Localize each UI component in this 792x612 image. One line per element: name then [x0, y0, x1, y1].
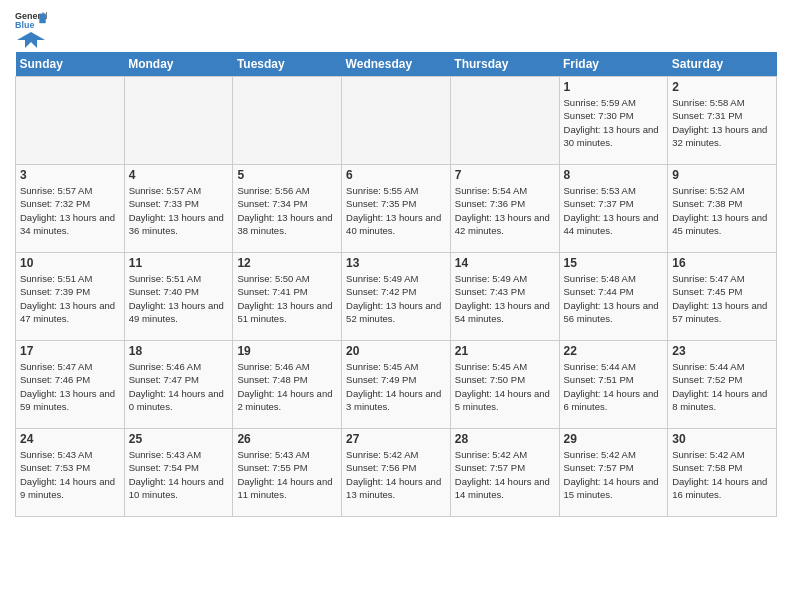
day-cell	[16, 77, 125, 165]
day-cell: 9Sunrise: 5:52 AMSunset: 7:38 PMDaylight…	[668, 165, 777, 253]
day-number: 28	[455, 432, 555, 446]
day-number: 19	[237, 344, 337, 358]
weekday-header-tuesday: Tuesday	[233, 52, 342, 77]
calendar-table: SundayMondayTuesdayWednesdayThursdayFrid…	[15, 52, 777, 517]
day-cell: 28Sunrise: 5:42 AMSunset: 7:57 PMDayligh…	[450, 429, 559, 517]
day-info: Sunrise: 5:49 AMSunset: 7:43 PMDaylight:…	[455, 272, 555, 325]
day-number: 11	[129, 256, 229, 270]
day-number: 1	[564, 80, 664, 94]
header-row: SundayMondayTuesdayWednesdayThursdayFrid…	[16, 52, 777, 77]
day-cell: 22Sunrise: 5:44 AMSunset: 7:51 PMDayligh…	[559, 341, 668, 429]
weekday-header-saturday: Saturday	[668, 52, 777, 77]
day-cell	[342, 77, 451, 165]
day-cell: 5Sunrise: 5:56 AMSunset: 7:34 PMDaylight…	[233, 165, 342, 253]
day-cell: 8Sunrise: 5:53 AMSunset: 7:37 PMDaylight…	[559, 165, 668, 253]
day-number: 25	[129, 432, 229, 446]
week-row-3: 10Sunrise: 5:51 AMSunset: 7:39 PMDayligh…	[16, 253, 777, 341]
day-info: Sunrise: 5:56 AMSunset: 7:34 PMDaylight:…	[237, 184, 337, 237]
day-info: Sunrise: 5:58 AMSunset: 7:31 PMDaylight:…	[672, 96, 772, 149]
day-cell: 26Sunrise: 5:43 AMSunset: 7:55 PMDayligh…	[233, 429, 342, 517]
day-cell	[124, 77, 233, 165]
day-info: Sunrise: 5:45 AMSunset: 7:49 PMDaylight:…	[346, 360, 446, 413]
day-number: 20	[346, 344, 446, 358]
weekday-header-sunday: Sunday	[16, 52, 125, 77]
week-row-5: 24Sunrise: 5:43 AMSunset: 7:53 PMDayligh…	[16, 429, 777, 517]
day-info: Sunrise: 5:43 AMSunset: 7:53 PMDaylight:…	[20, 448, 120, 501]
day-number: 7	[455, 168, 555, 182]
day-cell: 24Sunrise: 5:43 AMSunset: 7:53 PMDayligh…	[16, 429, 125, 517]
day-cell: 27Sunrise: 5:42 AMSunset: 7:56 PMDayligh…	[342, 429, 451, 517]
day-cell: 19Sunrise: 5:46 AMSunset: 7:48 PMDayligh…	[233, 341, 342, 429]
day-info: Sunrise: 5:47 AMSunset: 7:46 PMDaylight:…	[20, 360, 120, 413]
day-info: Sunrise: 5:51 AMSunset: 7:39 PMDaylight:…	[20, 272, 120, 325]
day-info: Sunrise: 5:57 AMSunset: 7:32 PMDaylight:…	[20, 184, 120, 237]
day-number: 24	[20, 432, 120, 446]
day-cell: 6Sunrise: 5:55 AMSunset: 7:35 PMDaylight…	[342, 165, 451, 253]
day-cell: 29Sunrise: 5:42 AMSunset: 7:57 PMDayligh…	[559, 429, 668, 517]
day-number: 26	[237, 432, 337, 446]
logo-bird	[17, 30, 45, 48]
day-number: 10	[20, 256, 120, 270]
day-info: Sunrise: 5:43 AMSunset: 7:54 PMDaylight:…	[129, 448, 229, 501]
day-number: 2	[672, 80, 772, 94]
day-number: 21	[455, 344, 555, 358]
day-number: 9	[672, 168, 772, 182]
svg-marker-4	[17, 32, 45, 48]
day-number: 16	[672, 256, 772, 270]
day-cell: 7Sunrise: 5:54 AMSunset: 7:36 PMDaylight…	[450, 165, 559, 253]
day-number: 17	[20, 344, 120, 358]
day-number: 3	[20, 168, 120, 182]
day-cell: 23Sunrise: 5:44 AMSunset: 7:52 PMDayligh…	[668, 341, 777, 429]
day-info: Sunrise: 5:42 AMSunset: 7:58 PMDaylight:…	[672, 448, 772, 501]
week-row-1: 1Sunrise: 5:59 AMSunset: 7:30 PMDaylight…	[16, 77, 777, 165]
day-info: Sunrise: 5:48 AMSunset: 7:44 PMDaylight:…	[564, 272, 664, 325]
weekday-header-monday: Monday	[124, 52, 233, 77]
day-info: Sunrise: 5:42 AMSunset: 7:57 PMDaylight:…	[564, 448, 664, 501]
page-header: General Blue	[15, 10, 777, 44]
day-number: 13	[346, 256, 446, 270]
day-info: Sunrise: 5:59 AMSunset: 7:30 PMDaylight:…	[564, 96, 664, 149]
day-info: Sunrise: 5:47 AMSunset: 7:45 PMDaylight:…	[672, 272, 772, 325]
day-number: 14	[455, 256, 555, 270]
day-info: Sunrise: 5:42 AMSunset: 7:57 PMDaylight:…	[455, 448, 555, 501]
day-cell: 4Sunrise: 5:57 AMSunset: 7:33 PMDaylight…	[124, 165, 233, 253]
day-number: 12	[237, 256, 337, 270]
day-number: 27	[346, 432, 446, 446]
day-number: 15	[564, 256, 664, 270]
day-number: 29	[564, 432, 664, 446]
day-info: Sunrise: 5:50 AMSunset: 7:41 PMDaylight:…	[237, 272, 337, 325]
day-info: Sunrise: 5:46 AMSunset: 7:47 PMDaylight:…	[129, 360, 229, 413]
day-cell: 25Sunrise: 5:43 AMSunset: 7:54 PMDayligh…	[124, 429, 233, 517]
day-info: Sunrise: 5:45 AMSunset: 7:50 PMDaylight:…	[455, 360, 555, 413]
day-number: 4	[129, 168, 229, 182]
day-number: 8	[564, 168, 664, 182]
weekday-header-thursday: Thursday	[450, 52, 559, 77]
day-cell: 10Sunrise: 5:51 AMSunset: 7:39 PMDayligh…	[16, 253, 125, 341]
day-cell: 18Sunrise: 5:46 AMSunset: 7:47 PMDayligh…	[124, 341, 233, 429]
day-cell: 20Sunrise: 5:45 AMSunset: 7:49 PMDayligh…	[342, 341, 451, 429]
day-cell: 13Sunrise: 5:49 AMSunset: 7:42 PMDayligh…	[342, 253, 451, 341]
day-cell: 14Sunrise: 5:49 AMSunset: 7:43 PMDayligh…	[450, 253, 559, 341]
day-info: Sunrise: 5:44 AMSunset: 7:52 PMDaylight:…	[672, 360, 772, 413]
day-number: 18	[129, 344, 229, 358]
logo: General Blue	[15, 10, 47, 44]
day-cell: 11Sunrise: 5:51 AMSunset: 7:40 PMDayligh…	[124, 253, 233, 341]
day-number: 30	[672, 432, 772, 446]
day-cell: 2Sunrise: 5:58 AMSunset: 7:31 PMDaylight…	[668, 77, 777, 165]
weekday-header-friday: Friday	[559, 52, 668, 77]
logo-icon: General Blue	[15, 10, 47, 30]
day-info: Sunrise: 5:46 AMSunset: 7:48 PMDaylight:…	[237, 360, 337, 413]
day-cell: 21Sunrise: 5:45 AMSunset: 7:50 PMDayligh…	[450, 341, 559, 429]
day-number: 23	[672, 344, 772, 358]
day-cell: 30Sunrise: 5:42 AMSunset: 7:58 PMDayligh…	[668, 429, 777, 517]
week-row-2: 3Sunrise: 5:57 AMSunset: 7:32 PMDaylight…	[16, 165, 777, 253]
day-info: Sunrise: 5:44 AMSunset: 7:51 PMDaylight:…	[564, 360, 664, 413]
week-row-4: 17Sunrise: 5:47 AMSunset: 7:46 PMDayligh…	[16, 341, 777, 429]
day-info: Sunrise: 5:42 AMSunset: 7:56 PMDaylight:…	[346, 448, 446, 501]
day-cell	[233, 77, 342, 165]
day-cell: 15Sunrise: 5:48 AMSunset: 7:44 PMDayligh…	[559, 253, 668, 341]
day-cell	[450, 77, 559, 165]
day-cell: 1Sunrise: 5:59 AMSunset: 7:30 PMDaylight…	[559, 77, 668, 165]
svg-text:Blue: Blue	[15, 20, 34, 30]
day-info: Sunrise: 5:53 AMSunset: 7:37 PMDaylight:…	[564, 184, 664, 237]
